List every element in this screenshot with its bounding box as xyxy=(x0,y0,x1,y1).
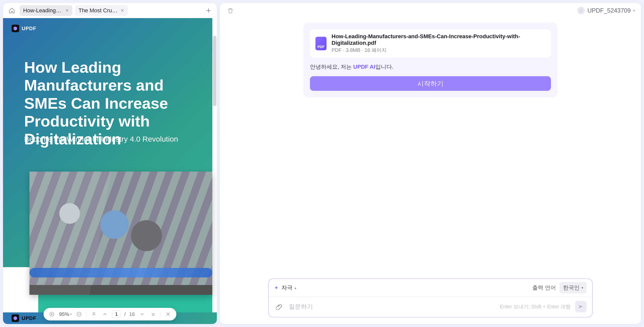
ai-top-bar: UPDF_5243709 ▾ xyxy=(220,3,641,18)
close-icon xyxy=(165,311,171,317)
tab-document-1[interactable]: How-Leading-… ✕ xyxy=(20,5,72,16)
attach-button[interactable] xyxy=(274,302,284,312)
file-info: PDF · 3.8MB · 16 페이지 xyxy=(332,47,545,54)
tab-document-2[interactable]: The Most Cruci… ✕ xyxy=(75,5,128,16)
close-icon[interactable]: ✕ xyxy=(120,8,124,13)
greeting-prefix: 안녕하세요, 저는 xyxy=(310,64,353,70)
page-total: 16 xyxy=(129,311,135,317)
user-name: UPDF_5243709 xyxy=(587,7,631,14)
brand-logo-icon: ⬢ xyxy=(12,25,19,32)
page-subtitle: Become the Winner of Industry 4.0 Revolu… xyxy=(24,135,178,143)
output-language-label: 출력 언어 xyxy=(532,284,556,292)
paperclip-icon xyxy=(276,303,283,310)
brand-name: UPDF xyxy=(22,26,36,31)
next-page-button[interactable] xyxy=(138,310,146,318)
plus-icon xyxy=(205,7,212,14)
separator xyxy=(86,311,87,317)
add-tab-button[interactable] xyxy=(204,6,213,15)
scrollbar[interactable] xyxy=(213,36,216,106)
brand-chip: ⬢ UPDF xyxy=(12,314,36,322)
ai-chat-panel: UPDF_5243709 ▾ How-Leading-Manufacturers… xyxy=(220,3,641,324)
file-name: How-Leading-Manufacturers-and-SMEs-Can-I… xyxy=(332,33,545,46)
home-icon xyxy=(9,7,15,14)
stimulus-label: 자극 xyxy=(281,284,293,291)
tab-label: The Most Cruci… xyxy=(78,7,118,14)
chevron-up-icon xyxy=(102,311,108,317)
trash-icon xyxy=(227,7,234,14)
file-meta: How-Leading-Manufacturers-and-SMEs-Can-I… xyxy=(332,33,545,54)
avatar-icon xyxy=(577,7,585,14)
zoom-value: 95% xyxy=(59,311,69,317)
stimulus-dropdown[interactable]: 자극 ▾ xyxy=(281,284,296,292)
cover-photo xyxy=(29,172,212,295)
start-button[interactable]: 시작하기 xyxy=(310,76,551,91)
chat-input[interactable] xyxy=(289,303,495,310)
send-button[interactable] xyxy=(575,301,587,312)
pdf-page: ⬢ UPDF How Leading Manufacturers and SME… xyxy=(3,18,212,317)
chevron-down-icon xyxy=(139,311,145,317)
close-icon[interactable]: ✕ xyxy=(65,8,69,13)
brand-logo-icon: ⬢ xyxy=(12,314,19,322)
welcome-card: How-Leading-Manufacturers-and-SMEs-Can-I… xyxy=(303,23,557,97)
chevron-down-icon: ▾ xyxy=(70,312,72,316)
pdf-viewer-panel: How-Leading-… ✕ The Most Cruci… ✕ ⬢ UPDF xyxy=(3,3,217,324)
first-page-button[interactable] xyxy=(90,310,98,318)
zoom-out-button[interactable] xyxy=(75,310,83,318)
composer-wrap: ✦ 자극 ▾ 출력 언어 한국인 ▾ xyxy=(220,274,641,324)
input-hint: Enter 보내기; Shift + Enter 개행 xyxy=(500,303,571,310)
sparkle-icon: ✦ xyxy=(274,285,278,291)
language-selector[interactable]: 한국인 ▾ xyxy=(559,282,587,294)
tab-bar: How-Leading-… ✕ The Most Cruci… ✕ xyxy=(3,3,217,18)
clear-chat-button[interactable] xyxy=(226,6,235,15)
last-page-button[interactable] xyxy=(149,310,157,318)
pdf-file-icon xyxy=(315,37,327,50)
separator xyxy=(160,311,161,317)
greeting-text: 안녕하세요, 저는 UPDF AI입니다. xyxy=(310,63,551,71)
chevron-down-icon: ▾ xyxy=(582,286,583,290)
file-attachment[interactable]: How-Leading-Manufacturers-and-SMEs-Can-I… xyxy=(310,29,551,58)
chevron-down-icon: ▾ xyxy=(295,286,296,290)
minus-circle-icon xyxy=(76,311,82,317)
prev-page-button[interactable] xyxy=(101,310,109,318)
close-toolbar-button[interactable] xyxy=(164,310,172,318)
app-frame: How-Leading-… ✕ The Most Cruci… ✕ ⬢ UPDF xyxy=(3,3,641,324)
brand-link[interactable]: UPDF AI xyxy=(353,64,375,70)
cover-photo-wrap xyxy=(3,172,212,317)
language-value: 한국인 xyxy=(563,284,580,292)
chevron-bottom-bar-icon xyxy=(150,311,156,317)
zoom-level[interactable]: 95% ▾ xyxy=(59,311,72,317)
brand-name: UPDF xyxy=(22,315,36,321)
page-toolbar: 95% ▾ xyxy=(44,308,176,320)
plus-circle-icon xyxy=(49,311,55,317)
output-language: 출력 언어 한국인 ▾ xyxy=(532,282,587,294)
composer: ✦ 자극 ▾ 출력 언어 한국인 ▾ xyxy=(268,278,593,317)
tab-label: How-Leading-… xyxy=(23,7,63,14)
user-menu[interactable]: UPDF_5243709 ▾ xyxy=(577,7,635,14)
svg-point-2 xyxy=(580,9,582,11)
document-scroll[interactable]: ⬢ UPDF How Leading Manufacturers and SME… xyxy=(3,18,217,324)
chevron-top-bar-icon xyxy=(91,311,97,317)
composer-top: ✦ 자극 ▾ 출력 언어 한국인 ▾ xyxy=(269,279,592,297)
chevron-down-icon: ▾ xyxy=(633,9,635,13)
home-button[interactable] xyxy=(7,5,17,16)
greeting-suffix: 입니다. xyxy=(375,64,393,70)
composer-bottom: Enter 보내기; Shift + Enter 개행 xyxy=(269,297,592,317)
zoom-in-button[interactable] xyxy=(48,310,56,318)
page-number-input[interactable] xyxy=(112,310,121,318)
brand-chip: ⬢ UPDF xyxy=(12,25,36,32)
page-separator: / xyxy=(124,311,126,317)
chat-body[interactable]: How-Leading-Manufacturers-and-SMEs-Can-I… xyxy=(220,18,641,274)
document-area: ⬢ UPDF How Leading Manufacturers and SME… xyxy=(3,18,217,324)
send-icon xyxy=(578,304,584,309)
page-title: How Leading Manufacturers and SMEs Can I… xyxy=(24,58,197,148)
